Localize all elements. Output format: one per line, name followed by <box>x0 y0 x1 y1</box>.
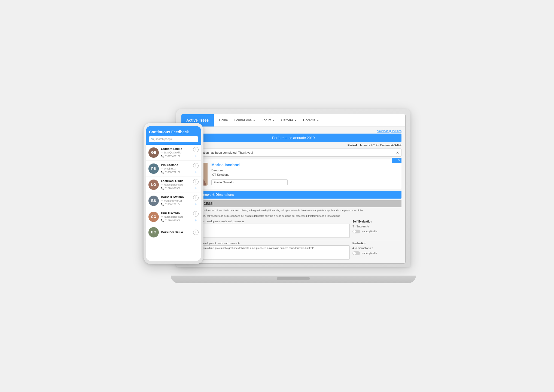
laptop: Active Trees Home Formazione Forum Carri <box>176 109 410 283</box>
eval-value-right: 4 - Overachieved <box>352 246 401 251</box>
manager-field: Flavio Quarato <box>211 179 288 185</box>
contact-info: Pini Stefano ✉ eco@az.tz 📞 01308 737158 <box>161 163 191 174</box>
chevron-down-icon <box>317 120 319 121</box>
info-button[interactable]: i <box>193 230 199 235</box>
add-button[interactable]: + <box>194 154 197 158</box>
avatar: GE <box>148 147 159 158</box>
eval-textarea-wrap-1: on: Achievements, development needs and … <box>185 220 350 238</box>
contact-item: BG Borsucci Giulia i <box>146 225 201 240</box>
phone-header: Continuous Feedback 🔍 search people <box>146 126 201 145</box>
eval-label-1: on: Achievements, development needs and … <box>185 220 350 223</box>
email-icon: ✉ <box>161 183 163 187</box>
not-applicable-toggle-2[interactable] <box>352 251 360 255</box>
contact-actions: i + <box>193 163 199 174</box>
eval-label-2: Achievements, development needs and comm… <box>185 242 350 245</box>
self-eval-label: Self-Evaluation <box>352 220 401 223</box>
contact-phone: 📞 01276 921989 <box>161 187 191 190</box>
info-button[interactable]: i <box>193 195 199 200</box>
info-button[interactable]: i <box>193 163 199 168</box>
info-button[interactable]: i <box>193 211 199 217</box>
nav-docente[interactable]: Docente <box>300 114 322 126</box>
contact-name: Lastrucci Giulia <box>161 179 191 183</box>
eval-textarea-1[interactable] <box>185 224 350 238</box>
contact-email: ✉ mufpan@ivan.bf <box>161 199 191 203</box>
step-5[interactable]: 5 <box>392 158 401 163</box>
contact-item: LG Lastrucci Giulia ✉ kazon@cidecja.tc 📞… <box>146 177 201 193</box>
not-applicable-label-1: Not Applicable <box>362 230 378 233</box>
eval-textarea-2[interactable]: mente dimostrato ottime qualità nella ge… <box>185 245 350 260</box>
contact-actions: i + <box>193 211 199 223</box>
email-icon: ✉ <box>161 167 163 171</box>
profile-info: Marina Iacoboni Direttore ICT Solutions … <box>211 163 398 185</box>
contact-info: Guidotti Emilio ✉ jegaf@pahwii.io 📞 0182… <box>161 147 191 158</box>
download-link[interactable]: download guidelines <box>185 129 401 132</box>
self-eval-value: 3 - Successful <box>352 224 401 229</box>
laptop-body: Active Trees Home Formazione Forum Carri <box>176 109 410 267</box>
phone-icon: 📞 <box>161 203 164 206</box>
contact-name: Pini Stefano <box>161 163 191 166</box>
eval-row-1: on: Achievements, development needs and … <box>185 220 401 238</box>
contact-email: ✉ kazon@cidecja.tc <box>161 215 191 219</box>
add-button[interactable]: + <box>194 218 197 223</box>
contact-info: Cirri Osvaldo ✉ kazon@cidecja.tc 📞 01276… <box>161 211 191 222</box>
phone: Continuous Feedback 🔍 search people GE <box>144 123 203 264</box>
toggle-row-1: Not Applicable <box>352 230 401 233</box>
nav-formazione[interactable]: Formazione <box>232 114 258 126</box>
contact-name: Cirri Osvaldo <box>161 211 191 215</box>
period-label: Period <box>348 144 357 147</box>
info-button[interactable]: i <box>193 179 199 184</box>
nav-forum[interactable]: Forum <box>259 114 278 126</box>
eval-right-2: Evaluation 4 - Overachieved Not Applicab… <box>352 242 401 260</box>
avatar: BG <box>148 227 159 237</box>
eval-textarea-text-2: mente dimostrato ottime qualità nella ge… <box>187 246 316 251</box>
contact-phone: 📞 01566 261134 <box>161 203 191 206</box>
nav-carriera[interactable]: Carriera <box>279 114 299 126</box>
add-button[interactable]: + <box>194 186 197 190</box>
nav-home[interactable]: Home <box>217 114 231 126</box>
scene: Active Trees Home Formazione Forum Carri <box>144 101 410 291</box>
contact-info: Lastrucci Giulia ✉ kazon@cidecja.tc 📞 01… <box>161 179 191 190</box>
contact-item: PS Pini Stefano ✉ eco@az.tz 📞 01308 7371… <box>146 161 201 177</box>
alert-close-button[interactable]: ✕ <box>396 150 399 155</box>
contact-email: ✉ eco@az.tz <box>161 167 191 171</box>
chevron-down-icon <box>273 120 275 121</box>
avatar: LG <box>148 180 159 190</box>
chevron-down-icon <box>294 120 297 121</box>
not-applicable-toggle-1[interactable] <box>352 230 360 233</box>
email-icon: ✉ <box>161 199 163 203</box>
info-button[interactable]: i <box>193 147 199 152</box>
toggle-row-2: Not Applicable <box>352 251 401 255</box>
eval-right-1: Self-Evaluation 3 - Successful Not Appli… <box>352 220 401 238</box>
avatar: PS <box>148 163 159 174</box>
email-icon: ✉ <box>161 151 163 155</box>
profile-name: Marina Iacoboni <box>211 163 398 167</box>
framework-header: ation Framework Dimensions <box>185 191 401 199</box>
main-content-area: download guidelines Performance annuale … <box>181 127 405 263</box>
contact-name: Borselli Stefano <box>161 195 191 199</box>
processi-header: ONE PROCESSI <box>185 200 401 207</box>
profile-dept: ICT Solutions <box>211 172 398 177</box>
phone-icon: 📞 <box>161 187 164 190</box>
contact-name: Guidotti Emilio <box>161 147 191 150</box>
laptop-base <box>171 276 416 283</box>
profile-manager: Flavio Quarato <box>211 179 398 185</box>
contact-info: Borsucci Giulia <box>161 230 191 234</box>
contact-item: CO Cirri Osvaldo ✉ kazon@cidecja.tc 📞 01… <box>146 209 201 225</box>
desc-text1: tze che dimostri nella costruzione di re… <box>185 209 401 212</box>
add-button[interactable]: + <box>194 202 197 206</box>
contact-email: ✉ kazon@cidecja.tc <box>161 183 191 187</box>
eval-textarea-wrap-2: Achievements, development needs and comm… <box>185 242 350 260</box>
phone-body: Continuous Feedback 🔍 search people GE <box>144 123 203 264</box>
alert-box: Your evaluation has been completed. Than… <box>185 149 401 157</box>
perf-banner: Performance annuale 2019 <box>185 134 401 142</box>
divider <box>185 240 401 240</box>
contact-actions: i + <box>193 195 199 206</box>
phone-title: Continuous Feedback <box>149 130 198 134</box>
contact-phone: 📞 01827 481132 <box>161 155 191 158</box>
add-button[interactable]: + <box>194 170 197 174</box>
phone-search-bar[interactable]: 🔍 search people <box>149 136 198 142</box>
navbar: Active Trees Home Formazione Forum Carri <box>181 114 405 127</box>
contact-item: GE Guidotti Emilio ✉ jegaf@pahwii.io 📞 0… <box>146 145 201 161</box>
not-applicable-label-2: Not Applicable <box>362 252 378 255</box>
contact-list: GE Guidotti Emilio ✉ jegaf@pahwii.io 📞 0… <box>146 145 201 240</box>
